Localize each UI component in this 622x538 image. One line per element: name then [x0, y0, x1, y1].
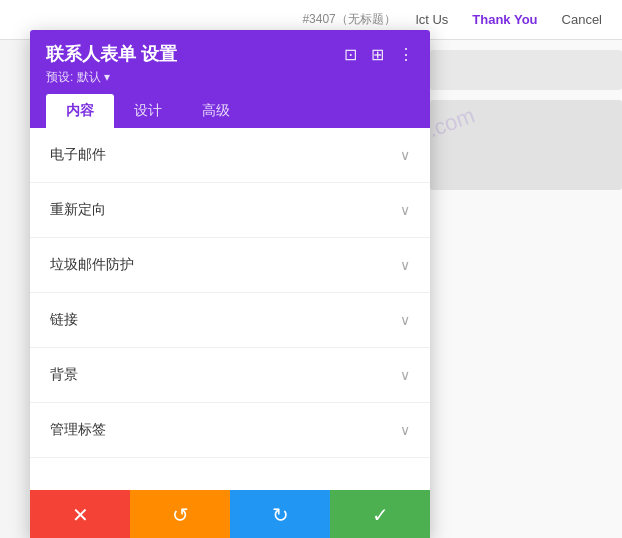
cancel-button[interactable]: ✕	[30, 490, 130, 538]
save-button[interactable]: ✓	[330, 490, 430, 538]
preset-label[interactable]: 预设: 默认 ▾	[46, 70, 110, 84]
panel-body: 电子邮件 ∨ 重新定向 ∨ 垃圾邮件防护 ∨ 链接 ∨ 背景 ∨ 管理标签 ∨	[30, 128, 430, 490]
tab-contact[interactable]: lct Us	[406, 8, 459, 31]
section-tags[interactable]: 管理标签 ∨	[30, 403, 430, 458]
right-gray-1	[430, 50, 622, 90]
panel-footer: ✕ ↺ ↻ ✓	[30, 490, 430, 538]
section-link[interactable]: 链接 ∨	[30, 293, 430, 348]
section-spam[interactable]: 垃圾邮件防护 ∨	[30, 238, 430, 293]
panel-header: 联系人表单 设置 ⊡ ⊞ ⋮ 预设: 默认 ▾	[30, 30, 430, 94]
section-email-label: 电子邮件	[50, 146, 106, 164]
chevron-down-icon: ∨	[400, 422, 410, 438]
section-tags-label: 管理标签	[50, 421, 106, 439]
panel-subtitle: 预设: 默认 ▾	[46, 69, 414, 86]
expand-icon[interactable]: ⊞	[371, 45, 384, 64]
chevron-down-icon: ∨	[400, 367, 410, 383]
section-email[interactable]: 电子邮件 ∨	[30, 128, 430, 183]
panel-tabs: 内容 设计 高级	[30, 94, 430, 128]
panel-header-top: 联系人表单 设置 ⊡ ⊞ ⋮	[46, 42, 414, 66]
undo-button[interactable]: ↺	[130, 490, 230, 538]
minimize-icon[interactable]: ⊡	[344, 45, 357, 64]
top-tabs: lct Us Thank You Cancel	[406, 8, 612, 31]
page-id: #3407（无标题）	[302, 11, 395, 28]
tab-content[interactable]: 内容	[46, 94, 114, 128]
tab-design[interactable]: 设计	[114, 94, 182, 128]
tab-advanced[interactable]: 高级	[182, 94, 250, 128]
section-background[interactable]: 背景 ∨	[30, 348, 430, 403]
chevron-down-icon: ∨	[400, 312, 410, 328]
chevron-down-icon: ∨	[400, 147, 410, 163]
section-redirect[interactable]: 重新定向 ∨	[30, 183, 430, 238]
panel-title: 联系人表单 设置	[46, 42, 177, 66]
right-panel	[430, 40, 622, 538]
section-spam-label: 垃圾邮件防护	[50, 256, 134, 274]
chevron-down-icon: ∨	[400, 257, 410, 273]
redo-button[interactable]: ↻	[230, 490, 330, 538]
settings-panel: 联系人表单 设置 ⊡ ⊞ ⋮ 预设: 默认 ▾ 内容 设计 高级 电子邮件 ∨ …	[30, 30, 430, 538]
section-link-label: 链接	[50, 311, 78, 329]
panel-header-icons: ⊡ ⊞ ⋮	[344, 45, 414, 64]
chevron-down-icon: ∨	[400, 202, 410, 218]
tab-thankyou[interactable]: Thank You	[462, 8, 547, 31]
section-redirect-label: 重新定向	[50, 201, 106, 219]
right-gray-2	[430, 100, 622, 190]
tab-cancel[interactable]: Cancel	[552, 8, 612, 31]
section-background-label: 背景	[50, 366, 78, 384]
more-icon[interactable]: ⋮	[398, 45, 414, 64]
